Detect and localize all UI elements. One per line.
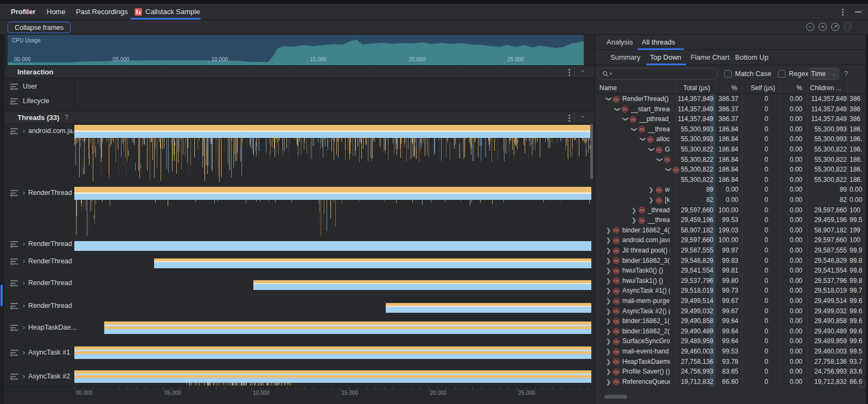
table-row[interactable]: ❯m(55,300,822186.8400.0055,300,822186. (595, 165, 868, 175)
interaction-kebab-menu-icon[interactable] (565, 68, 573, 77)
thread-label[interactable]: ›android.com.ja... (10, 127, 78, 135)
tree-collapse-icon[interactable]: ❯ (606, 287, 611, 294)
tab-callstack-sample[interactable]: Callstack Sample (135, 4, 200, 20)
table-row[interactable]: ❯mwai890.0000.00890.00 (595, 185, 868, 195)
table-row[interactable]: ❯mmali-mem-purge29,499,51499.6700.0029,4… (595, 296, 868, 306)
chevron-right-icon[interactable]: › (23, 189, 25, 197)
tree-collapse-icon[interactable]: ❯ (606, 247, 611, 254)
chevron-right-icon[interactable]: › (23, 349, 25, 356)
table-row[interactable]: ❯malloca55,300,993186.8400.0055,300,9931… (595, 134, 868, 144)
interaction-collapse-icon[interactable]: ⌃ (578, 68, 587, 77)
tree-collapse-icon[interactable]: ❯ (606, 338, 611, 345)
tree-expand-icon[interactable]: ❯ (614, 106, 621, 112)
search-field[interactable]: ▾ (597, 68, 718, 80)
tree-collapse-icon[interactable]: ❯ (606, 378, 611, 386)
chevron-right-icon[interactable]: › (23, 279, 25, 287)
tab-past-recordings[interactable]: Past Recordings (76, 4, 127, 20)
chevron-right-icon[interactable]: › (23, 257, 25, 265)
chevron-right-icon[interactable]: › (23, 324, 25, 331)
thread-track-row[interactable]: ›android.com.ja... (4, 124, 595, 186)
thread-track-row[interactable]: ›RenderThread (4, 186, 595, 237)
chevron-right-icon[interactable]: › (23, 127, 25, 135)
tree-collapse-icon[interactable]: ❯ (649, 186, 654, 193)
interaction-row-lifecycle[interactable]: Lifecycle (10, 97, 49, 105)
thread-label[interactable]: ›RenderThread (10, 302, 72, 310)
zoom-in-icon[interactable]: + (819, 23, 827, 31)
table-row[interactable]: ❯mhwuiTask1() ()29,537,79699.8000.0029,5… (595, 276, 868, 286)
table-row[interactable]: ❯m_threadL29,597,660100.0000.0029,597,66… (595, 205, 868, 216)
col-self-pct[interactable]: % (774, 84, 802, 92)
thread-label[interactable]: ›RenderThread (10, 279, 72, 287)
thread-activity-bar[interactable] (74, 370, 591, 383)
col-total-pct[interactable]: % (716, 84, 737, 92)
thread-activity-bar[interactable] (386, 303, 591, 313)
thread-track-row[interactable]: ›AsyncTask #2 (4, 369, 595, 387)
table-row[interactable]: ❯mmali-event-hand29,460,00399.5300.0029,… (595, 346, 868, 357)
thread-label[interactable]: ›RenderThread (10, 257, 72, 265)
table-row[interactable]: ❯mSurfaceSyncGrou29,489,95999.6400.0029,… (595, 336, 868, 346)
thread-track-row[interactable]: ›RenderThread (4, 276, 595, 299)
thread-activity-bar[interactable] (74, 187, 591, 200)
tree-collapse-icon[interactable]: ❯ (606, 277, 611, 285)
col-total[interactable]: Total (μs) (674, 84, 710, 92)
thread-label[interactable]: ›AsyncTask #2 (10, 373, 70, 380)
tab-top-down[interactable]: Top Down (650, 50, 681, 65)
table-row[interactable]: ❯mbinder:16862_4()58,907,182199.0300.005… (595, 225, 868, 236)
search-options-caret-icon[interactable]: ▾ (610, 72, 612, 76)
chevron-right-icon[interactable]: › (23, 240, 25, 248)
threads-kebab-menu-icon[interactable] (565, 113, 573, 122)
table-row[interactable]: ❯mJit thread pool() (29,587,55599.9700.0… (595, 245, 868, 256)
thread-label[interactable]: ›HeapTaskDae... (10, 324, 76, 331)
thread-activity-bar[interactable] (104, 321, 591, 334)
interaction-row-user[interactable]: User (10, 83, 37, 90)
table-row[interactable]: ❯mRenderThread() (114,357,849386.3700.00… (595, 94, 868, 104)
tree-collapse-icon[interactable]: ❯ (606, 348, 611, 355)
table-row[interactable]: ❯m__thread29,459,19699.5300.0029,459,196… (595, 215, 868, 225)
help-icon[interactable]: ? (844, 70, 848, 78)
thread-track-row[interactable]: ›RenderThread (4, 299, 595, 320)
tab-summary[interactable]: Summary (610, 50, 641, 65)
table-row[interactable]: ❯mi55,300,822186.8400.0055,300,822186. (595, 155, 868, 165)
table-row[interactable]: ❯mbinder:16862_3()29,546,82999.8300.0029… (595, 256, 868, 266)
tree-collapse-icon[interactable]: ❯ (606, 257, 611, 264)
thread-activity-bar[interactable] (74, 346, 591, 359)
chevron-right-icon[interactable]: › (23, 302, 25, 310)
match-case-checkbox[interactable] (724, 70, 732, 78)
thread-track-row[interactable]: ›HeapTaskDae... (4, 320, 595, 345)
zoom-out-icon[interactable]: − (806, 23, 814, 31)
tree-collapse-icon[interactable]: ❯ (606, 298, 611, 305)
col-children[interactable]: Children ... (810, 84, 841, 92)
tree-collapse-icon[interactable]: ❯ (631, 217, 637, 224)
threads-collapse-icon[interactable]: ⌃ (578, 113, 587, 122)
tab-all-threads[interactable]: All threads (642, 35, 675, 49)
col-name[interactable]: Name (599, 84, 617, 92)
table-row[interactable]: ❯mReferenceQueue19,712,83266.6000.0019,7… (595, 377, 868, 387)
col-self[interactable]: Self (μs) (751, 84, 775, 92)
table-row[interactable]: 55,300,822186.8400.0055,300,822186. (595, 175, 868, 185)
thread-label[interactable]: ›RenderThread (10, 189, 72, 197)
table-row[interactable]: ❯m__thread55,300,993186.8400.0055,300,99… (595, 124, 868, 135)
thread-activity-bar[interactable] (154, 258, 591, 268)
table-row[interactable]: ❯mGra55,300,822186.8400.0055,300,822186. (595, 144, 868, 155)
thread-label[interactable]: ›RenderThread (10, 240, 72, 248)
threads-help-icon[interactable]: ? (65, 113, 68, 121)
tree-expand-icon[interactable]: ❯ (622, 117, 629, 122)
minimize-icon[interactable] (855, 11, 861, 12)
threads-section-header[interactable]: Threads (33) ? ⌃ (4, 111, 595, 124)
table-row[interactable]: ❯mbinder:16862_1()29,490,85899.6400.0029… (595, 316, 868, 326)
tree-expand-icon[interactable]: ❯ (639, 137, 646, 142)
thread-track-row[interactable]: ›RenderThread (4, 254, 595, 276)
tracks-scrollbar[interactable] (590, 124, 593, 179)
reset-zoom-icon[interactable]: ↗ (831, 23, 839, 31)
thread-activity-bar[interactable] (74, 125, 591, 138)
thread-activity-bar[interactable] (74, 241, 591, 251)
tree-collapse-icon[interactable]: ❯ (606, 358, 611, 365)
table-row[interactable]: ❯mAsyncTask #1() (29,518,01999.7300.0029… (595, 286, 868, 296)
tree-expand-icon[interactable]: ❯ (605, 97, 612, 102)
tree-collapse-icon[interactable]: ❯ (606, 328, 611, 335)
tree-expand-icon[interactable]: ❯ (665, 167, 672, 173)
tree-collapse-icon[interactable]: ❯ (606, 318, 611, 325)
tab-flame-chart[interactable]: Flame Chart (691, 50, 730, 65)
chevron-right-icon[interactable]: › (23, 373, 25, 380)
tree-collapse-icon[interactable]: ❯ (606, 308, 611, 315)
